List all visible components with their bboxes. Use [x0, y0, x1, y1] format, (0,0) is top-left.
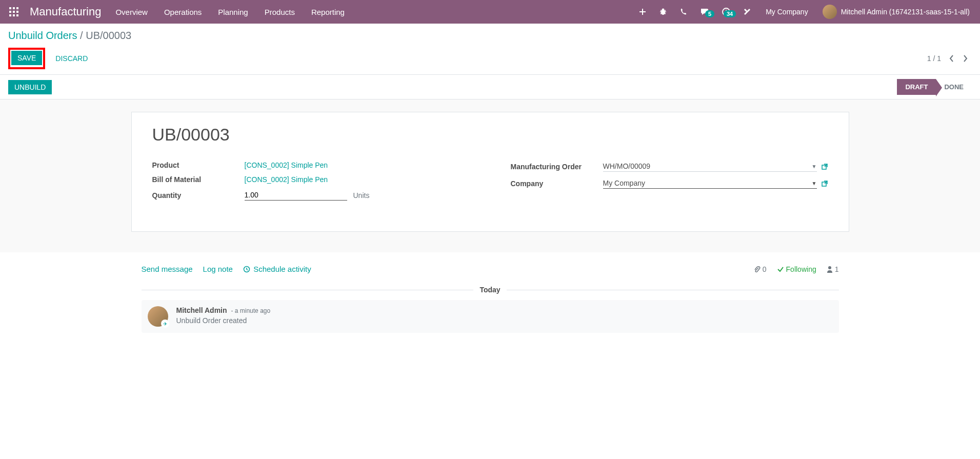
bom-value[interactable]: [CONS_0002] Simple Pen	[245, 175, 328, 184]
external-link-icon[interactable]	[821, 180, 828, 187]
svg-rect-7	[13, 14, 15, 16]
pager-value[interactable]: 1 / 1	[927, 54, 941, 63]
apps-icon[interactable]	[4, 7, 24, 16]
quantity-unit: Units	[353, 191, 370, 199]
user-menu[interactable]: Mitchell Admin (16742131-saas-15-1-all)	[816, 5, 976, 19]
company-name: My Company	[766, 8, 808, 16]
tools-icon[interactable]	[737, 8, 757, 16]
chatter-topbar: Send message Log note Schedule activity …	[142, 261, 839, 280]
svg-rect-5	[16, 11, 18, 13]
schedule-label: Schedule activity	[253, 265, 311, 273]
save-button[interactable]: Save	[11, 51, 42, 65]
label-mo: Manufacturing Order	[511, 163, 603, 171]
nav-item-products[interactable]: Products	[256, 0, 303, 24]
svg-line-15	[661, 10, 662, 11]
svg-rect-4	[13, 11, 15, 13]
label-quantity: Quantity	[152, 191, 245, 199]
follower-count[interactable]: 1	[827, 265, 839, 273]
bug-icon[interactable]	[653, 8, 673, 16]
clock-icon[interactable]: 34	[715, 7, 737, 16]
breadcrumb: Unbuild Orders / UB/00003	[8, 30, 972, 42]
company-value: My Company	[603, 179, 645, 187]
statusbar: Unbuild Draft Done	[0, 75, 980, 99]
pager-next-button[interactable]	[958, 52, 972, 65]
pager: 1 / 1	[927, 52, 972, 65]
nav-item-reporting[interactable]: Reporting	[303, 0, 353, 24]
svg-rect-1	[13, 7, 15, 9]
discard-button[interactable]: Discard	[49, 51, 94, 66]
chat-icon[interactable]: 5	[694, 7, 715, 16]
chat-badge: 5	[705, 10, 714, 17]
send-message-button[interactable]: Send message	[142, 265, 193, 273]
navbar: Manufacturing Overview Operations Planni…	[0, 0, 980, 24]
chatter: Send message Log note Schedule activity …	[136, 252, 844, 341]
nav-right: 5 34 My Company Mitchell Admin (16742131…	[632, 0, 976, 24]
unbuild-button[interactable]: Unbuild	[8, 80, 52, 94]
label-product: Product	[152, 161, 245, 169]
date-divider: Today	[142, 286, 839, 294]
svg-rect-6	[9, 14, 11, 16]
form-col-right: Manufacturing Order WH/MO/00009 ▼ Compan…	[511, 161, 828, 207]
breadcrumb-parent[interactable]: Unbuild Orders	[8, 30, 77, 41]
log-note-button[interactable]: Log note	[203, 265, 233, 273]
nav-item-overview[interactable]: Overview	[107, 0, 156, 24]
message-item: Mitchell Admin - a minute ago Unbuild Or…	[142, 300, 839, 333]
avatar-icon	[823, 5, 837, 19]
svg-rect-8	[16, 14, 18, 16]
svg-line-17	[661, 13, 662, 14]
schedule-activity-button[interactable]: Schedule activity	[243, 265, 311, 273]
status-pipeline: Draft Done	[897, 79, 972, 95]
phone-icon[interactable]	[673, 8, 694, 16]
nav-item-planning[interactable]: Planning	[210, 0, 256, 24]
svg-line-18	[665, 13, 666, 14]
chevron-down-icon: ▼	[812, 181, 817, 186]
status-done[interactable]: Done	[936, 79, 972, 95]
chevron-down-icon: ▼	[812, 164, 817, 169]
quantity-input[interactable]	[245, 190, 347, 201]
svg-rect-3	[9, 11, 11, 13]
message-body: Unbuild Order created	[176, 316, 833, 325]
product-value[interactable]: [CONS_0002] Simple Pen	[245, 161, 328, 169]
form-sheet: UB/00003 Product [CONS_0002] Simple Pen …	[131, 112, 849, 232]
user-name: Mitchell Admin (16742131-saas-15-1-all)	[841, 8, 970, 16]
status-draft[interactable]: Draft	[897, 79, 936, 95]
form-col-left: Product [CONS_0002] Simple Pen Bill of M…	[152, 161, 470, 207]
svg-line-16	[665, 10, 666, 11]
mo-select[interactable]: WH/MO/00009 ▼	[603, 161, 817, 172]
label-company: Company	[511, 179, 603, 188]
svg-rect-10	[639, 11, 646, 12]
svg-point-23	[828, 266, 831, 269]
form-view: UB/00003 Product [CONS_0002] Simple Pen …	[0, 99, 980, 252]
company-select[interactable]: My Company ▼	[603, 178, 817, 189]
svg-rect-0	[9, 7, 11, 9]
avatar-icon	[148, 306, 168, 327]
external-link-icon[interactable]	[821, 163, 828, 170]
record-title: UB/00003	[152, 125, 828, 145]
control-panel: Unbuild Orders / UB/00003 Save Discard 1…	[0, 24, 980, 75]
nav-menu: Overview Operations Planning Products Re…	[107, 0, 353, 24]
app-brand[interactable]: Manufacturing	[24, 5, 107, 18]
message-time: - a minute ago	[231, 307, 270, 314]
mo-value: WH/MO/00009	[603, 162, 651, 170]
plus-icon[interactable]	[632, 8, 653, 16]
pager-prev-button[interactable]	[945, 52, 958, 65]
attachment-count[interactable]: 0	[753, 265, 767, 273]
following-button[interactable]: Following	[777, 265, 816, 273]
svg-point-12	[662, 9, 665, 11]
message-author[interactable]: Mitchell Admin	[176, 306, 227, 314]
nav-item-operations[interactable]: Operations	[156, 0, 210, 24]
label-bom: Bill of Material	[152, 175, 245, 184]
svg-rect-2	[16, 7, 18, 9]
save-highlight-box: Save	[8, 48, 45, 69]
clock-badge: 34	[724, 10, 736, 17]
company-selector[interactable]: My Company	[757, 8, 816, 16]
breadcrumb-current: UB/00003	[86, 30, 131, 41]
